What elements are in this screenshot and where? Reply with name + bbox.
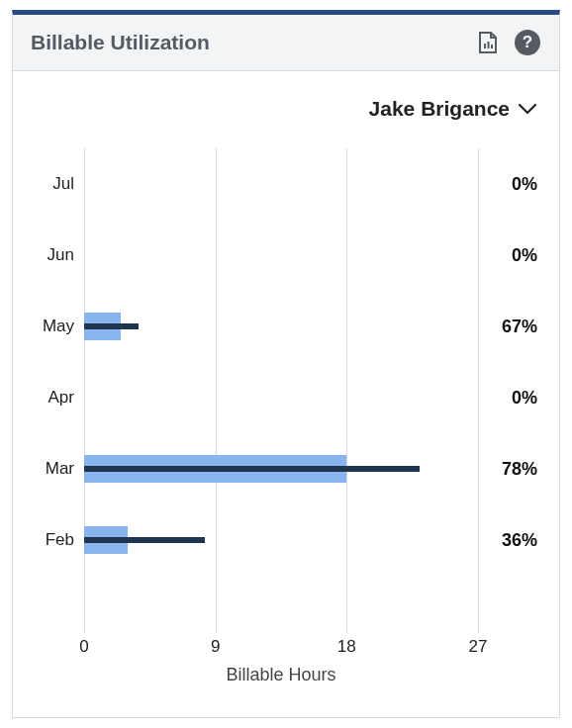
x-axis: 091827 [31,637,541,661]
card-header: Billable Utilization ? [13,15,559,71]
row-bars [84,148,478,220]
row-bars [84,291,478,362]
total-bar [84,323,139,329]
user-dropdown[interactable]: Jake Brigance [365,91,541,142]
row-pct-label: 36% [478,530,541,551]
chart-row: Jun0% [31,220,541,291]
chart-row: Jul0% [31,148,541,220]
chart-row: Apr0% [31,362,541,433]
row-pct-label: 0% [478,174,541,195]
row-pct-label: 78% [478,459,541,480]
chart-rows: Jul0%Jun0%May67%Apr0%Mar78%Feb36% [31,148,541,633]
row-month-label: Jul [31,174,84,194]
total-bar [84,466,420,472]
chart-row: Feb36% [31,504,541,576]
card-body: Jake Brigance Jul0%Jun0%May67%Apr0%Mar78… [13,71,559,717]
billable-utilization-card: Billable Utilization ? Jake Brigance [12,10,560,718]
user-name: Jake Brigance [369,97,510,121]
row-pct-label: 0% [478,388,541,409]
header-icons: ? [474,29,541,56]
x-axis-label: Billable Hours [31,665,541,685]
x-tick: 9 [211,637,220,657]
report-icon[interactable] [474,29,502,56]
row-month-label: Mar [31,459,84,479]
row-bars [84,220,478,291]
help-icon[interactable]: ? [514,29,541,56]
row-month-label: Apr [31,388,84,408]
svg-rect-0 [484,44,486,48]
chart-area: Jul0%Jun0%May67%Apr0%Mar78%Feb36% 091827… [31,148,541,697]
row-bars [84,433,478,504]
svg-rect-2 [491,45,493,48]
chart-row: Mar78% [31,433,541,504]
chart-row: May67% [31,291,541,362]
row-month-label: May [31,317,84,336]
row-pct-label: 0% [478,245,541,266]
row-month-label: Feb [31,530,84,550]
svg-rect-1 [488,42,490,48]
chevron-down-icon [518,103,537,115]
row-bars [84,362,478,433]
x-tick: 27 [469,637,488,657]
row-pct-label: 67% [478,317,541,337]
row-month-label: Jun [31,245,84,265]
card-title: Billable Utilization [31,31,210,54]
x-tick: 18 [337,637,356,657]
total-bar [84,537,205,543]
row-bars [84,504,478,576]
x-tick: 0 [79,637,88,657]
